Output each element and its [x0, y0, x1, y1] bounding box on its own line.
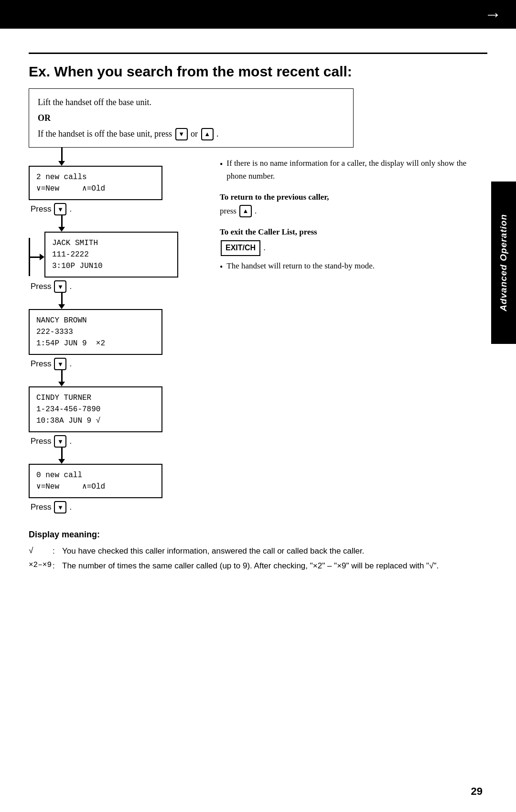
- page: → Ex. When you search from the most rece…: [0, 0, 516, 812]
- flow-diagram: 2 new calls ∨=New ∧=Old Press ▼ .: [29, 148, 487, 513]
- exit-period: .: [263, 243, 265, 252]
- display-line-4-1: CINDY TURNER: [36, 392, 155, 404]
- display-line-4-3: 10:38A JUN 9 √: [36, 415, 155, 427]
- exit-note: To exit the Caller List, press EXIT/CH .: [220, 226, 487, 256]
- press-line-3: Press ▼ .: [31, 358, 72, 370]
- side-tab-text: Advanced Operation: [498, 214, 509, 311]
- display-box-3: NANCY BROWN 222-3333 1:54P JUN 9 ×2: [29, 309, 162, 355]
- exit-bold-line: To exit the Caller List, press: [220, 226, 487, 238]
- page-number: 29: [471, 785, 483, 798]
- dm-symbol-1: √: [29, 545, 53, 557]
- display-line-2-3: 3:10P JUN10: [52, 260, 171, 272]
- dm-colon-1: :: [53, 545, 62, 557]
- display-line-3-1: NANCY BROWN: [36, 315, 155, 326]
- bullet-note-2: • The handset will return to the stand-b…: [220, 260, 487, 274]
- display-line-1-1: 2 new calls: [36, 171, 155, 183]
- press-line-4: Press ▼ .: [31, 435, 72, 448]
- return-press-word: press: [220, 205, 236, 217]
- display-line-4-2: 1-234-456-7890: [36, 404, 155, 415]
- banner-arrow: →: [484, 4, 502, 24]
- display-box-4: CINDY TURNER 1-234-456-7890 10:38A JUN 9…: [29, 386, 162, 432]
- display-line-3-2: 222-3333: [36, 326, 155, 338]
- display-box-2: JACK SMITH 111-2222 3:10P JUN10: [44, 232, 178, 278]
- intro-line1: Lift the handset off the base unit.: [38, 96, 344, 109]
- dm-text-2: The number of times the same caller call…: [62, 559, 487, 572]
- top-banner: →: [0, 0, 516, 29]
- bullet-dot-2: •: [220, 261, 223, 274]
- bullet-text-1: If there is no name information for a ca…: [226, 157, 487, 182]
- press-key-2: ▼: [54, 280, 66, 293]
- side-tab: Advanced Operation: [491, 182, 516, 344]
- display-line-2-2: 111-2222: [52, 249, 171, 260]
- return-bold-text: To return to the previous caller,: [220, 192, 329, 202]
- jack-smith-row: JACK SMITH 111-2222 3:10P JUN10: [29, 232, 178, 278]
- down-key-intro: ▼: [175, 128, 188, 140]
- up-key-intro: ▲: [201, 128, 214, 140]
- return-bold-line: To return to the previous caller,: [220, 191, 487, 203]
- press-label-3: Press: [31, 359, 51, 369]
- display-line-5-2: ∨=New ∧=Old: [36, 481, 155, 492]
- dm-text-1: You have checked this caller information…: [62, 545, 487, 557]
- flow-left: 2 new calls ∨=New ∧=Old Press ▼ .: [29, 148, 201, 513]
- intro-or-word: or: [191, 129, 200, 139]
- exit-bold-text: To exit the Caller List, press: [220, 227, 317, 236]
- dm-item-2: ×2–×9 : The number of times the same cal…: [29, 559, 487, 572]
- display-line-2-1: JACK SMITH: [52, 237, 171, 249]
- bullet-note-1: • If there is no name information for a …: [220, 157, 487, 182]
- bullet-text-2: The handset will return to the stand-by …: [226, 260, 375, 272]
- return-press-line: press ▲ .: [220, 205, 487, 217]
- flow-right: • If there is no name information for a …: [201, 148, 487, 282]
- exit-ch-button: EXIT/CH: [221, 240, 260, 256]
- display-box-5: 0 new call ∨=New ∧=Old: [29, 464, 162, 498]
- press-label-5: Press: [31, 502, 51, 512]
- intro-or: OR: [38, 111, 344, 125]
- press-line-1: Press ▼ .: [31, 203, 72, 215]
- press-label-1: Press: [31, 204, 51, 214]
- press-label-2: Press: [31, 282, 51, 291]
- press-key-5: ▼: [54, 501, 66, 513]
- press-period-2: .: [69, 282, 72, 291]
- return-period: .: [255, 205, 257, 217]
- dm-item-1: √ : You have checked this caller informa…: [29, 545, 487, 557]
- press-period-4: .: [69, 437, 72, 446]
- press-period-3: .: [69, 359, 72, 369]
- intro-period: .: [216, 129, 219, 139]
- press-line-2: Press ▼ .: [31, 280, 72, 293]
- press-label-4: Press: [31, 437, 51, 446]
- dm-title: Display meaning:: [29, 528, 487, 542]
- display-line-1-2: ∨=New ∧=Old: [36, 183, 155, 194]
- return-up-key: ▲: [239, 205, 252, 217]
- top-rule: [29, 53, 487, 54]
- press-key-3: ▼: [54, 358, 66, 370]
- page-title: Ex. When you search from the most recent…: [29, 64, 487, 80]
- dm-colon-2: :: [53, 559, 62, 572]
- intro-line2-prefix: If the handset is off the base unit, pre…: [38, 129, 172, 139]
- display-line-3-3: 1:54P JUN 9 ×2: [36, 338, 155, 349]
- press-line-5: Press ▼ .: [31, 501, 72, 513]
- bullet-dot-1: •: [220, 158, 223, 171]
- press-key-4: ▼: [54, 435, 66, 448]
- press-period-5: .: [69, 502, 72, 512]
- intro-box: Lift the handset off the base unit. OR I…: [29, 88, 354, 148]
- press-key-1: ▼: [54, 203, 66, 215]
- display-box-1: 2 new calls ∨=New ∧=Old: [29, 166, 162, 200]
- dm-symbol-2: ×2–×9: [29, 559, 53, 572]
- display-line-5-1: 0 new call: [36, 470, 155, 481]
- exit-key-line: EXIT/CH .: [220, 240, 487, 256]
- return-note: To return to the previous caller, press …: [220, 191, 487, 217]
- intro-line2: If the handset is off the base unit, pre…: [38, 127, 344, 141]
- press-period-1: .: [69, 204, 72, 214]
- display-meaning-section: Display meaning: √ : You have checked th…: [29, 528, 487, 572]
